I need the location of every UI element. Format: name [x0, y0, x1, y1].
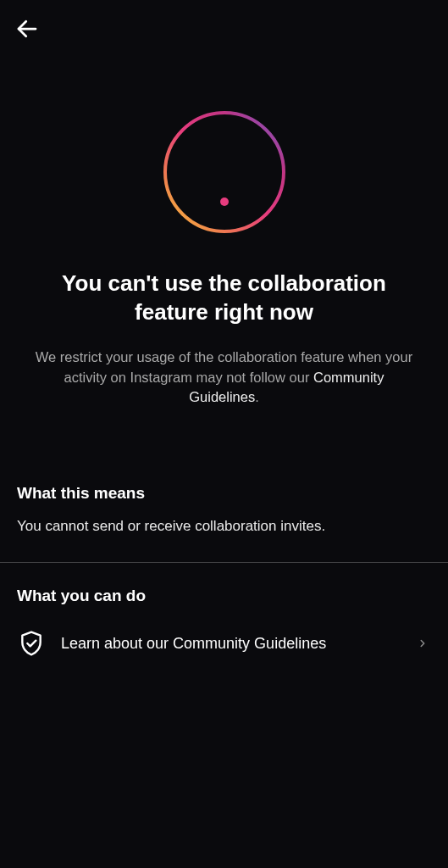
what-you-can-do-section: What you can do Learn about our Communit… [0, 587, 448, 663]
shield-check-icon [17, 629, 46, 658]
svg-point-3 [220, 198, 229, 206]
header [0, 0, 448, 58]
alert-icon [161, 108, 288, 236]
what-this-means-section: What this means You cannot send or recei… [0, 484, 448, 537]
section-body-means: You cannot send or receive collaboration… [17, 516, 431, 537]
section-heading-means: What this means [17, 484, 431, 503]
back-button[interactable] [14, 15, 41, 42]
action-label: Learn about our Community Guidelines [61, 633, 399, 654]
page-subtitle: We restrict your usage of the collaborat… [24, 348, 424, 409]
arrow-left-icon [14, 16, 40, 42]
chevron-right-icon [414, 635, 431, 652]
divider [0, 562, 448, 563]
subtitle-suffix: . [255, 389, 259, 404]
section-heading-do: What you can do [17, 587, 431, 605]
page-title: You can't use the collaboration feature … [24, 270, 424, 327]
hero-section: You can't use the collaboration feature … [0, 58, 448, 425]
learn-guidelines-row[interactable]: Learn about our Community Guidelines [17, 624, 431, 663]
